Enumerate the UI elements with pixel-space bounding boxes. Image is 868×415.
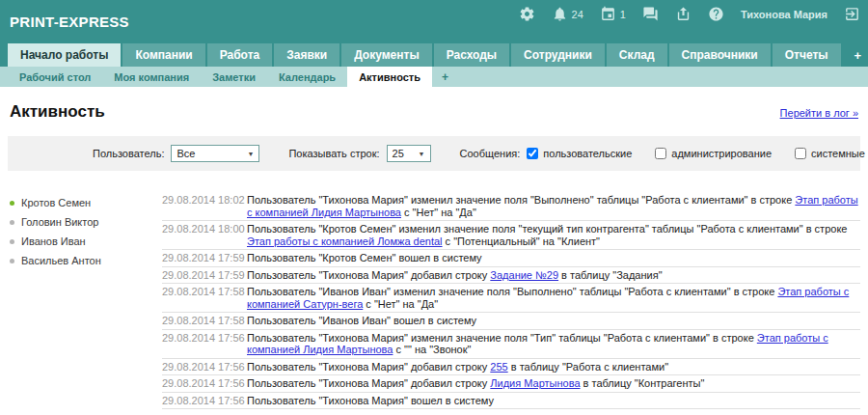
log-timestamp: 29.08.2014 17:59 — [162, 252, 247, 264]
offline-status-dot — [10, 259, 14, 263]
user-name: Иванов Иван — [21, 235, 86, 247]
calendar-icon — [600, 6, 616, 22]
user-name: Васильев Антон — [21, 255, 101, 266]
log-text: в таблицу "Контрагенты" — [581, 377, 705, 389]
main-tab-10[interactable]: Отчеты — [773, 43, 841, 67]
log-entry-link[interactable]: 255 — [490, 361, 507, 373]
checkbox-label: администрирование — [671, 148, 772, 159]
log-text: Пользователь "Тихонова Мария" добавил ст… — [247, 361, 490, 373]
topbar: PRINT-EXPRESS 24 1 Тихонова Мария — [0, 0, 868, 43]
checkbox-label: системные — [811, 148, 865, 159]
log-text: с "" на "Звонок" — [393, 344, 471, 355]
checkbox-input[interactable] — [795, 148, 806, 159]
log-row: 29.08.2014 17:56Пользователь "Тихонова М… — [162, 375, 860, 393]
sub-tab-3[interactable]: Заметки — [201, 67, 267, 87]
log-timestamp: 29.08.2014 18:00 — [162, 223, 247, 235]
log-timestamp: 29.08.2014 17:56 — [162, 377, 247, 390]
logout-button[interactable] — [844, 6, 860, 22]
settings-button[interactable] — [519, 6, 535, 22]
log-text: с "Нет" на "Да" — [401, 207, 476, 218]
main-tab-2[interactable]: Компании — [122, 43, 204, 67]
messages-button[interactable] — [642, 6, 659, 22]
main-tab-5[interactable]: Документы — [341, 43, 431, 67]
log-text: Пользователь "Иванов Иван" изменил значе… — [247, 286, 777, 297]
user-filter-select[interactable]: Все ▼ — [171, 145, 259, 162]
main-tab-4[interactable]: Заявки — [274, 43, 339, 67]
calendar-button[interactable]: 1 — [600, 6, 626, 22]
log-timestamp: 29.08.2014 17:58 — [162, 315, 247, 327]
log-timestamp: 29.08.2014 17:58 — [162, 286, 247, 298]
log-text: с "Нет" на "Да" — [363, 298, 438, 310]
page-title: Активность — [10, 102, 105, 122]
notifications-count: 24 — [572, 9, 583, 20]
chevron-down-icon: ▼ — [248, 151, 255, 157]
title-bar: Активность Перейти в лог » — [0, 87, 868, 122]
sub-tab-1[interactable]: Рабочий стол — [8, 67, 102, 87]
add-main-tab-button[interactable]: + — [843, 43, 868, 67]
checkbox-input[interactable] — [655, 148, 666, 159]
log-entry-link[interactable]: Этап работы с компанией Ломжа dental — [247, 235, 443, 247]
sidebar-user[interactable]: Васильев Антон — [10, 255, 162, 266]
activity-log: 29.08.2014 18:02Пользователь "Тихонова М… — [162, 192, 860, 409]
rows-filter-select[interactable]: 25 ▼ — [387, 145, 431, 162]
main-tab-9[interactable]: Справочники — [669, 43, 771, 67]
message-type-checkboxes: пользовательскиеадминистрированиесистемн… — [527, 148, 868, 159]
help-button[interactable] — [708, 6, 724, 22]
add-sub-tab-button[interactable]: + — [432, 67, 458, 87]
sidebar-user[interactable]: Кротов Семен — [10, 197, 162, 208]
sub-tab-2[interactable]: Моя компания — [102, 67, 201, 87]
current-user[interactable]: Тихонова Мария — [741, 9, 827, 20]
export-icon — [675, 6, 692, 22]
log-timestamp: 29.08.2014 18:02 — [162, 194, 247, 207]
export-button[interactable] — [675, 6, 692, 22]
log-row: 29.08.2014 17:58Пользователь "Иванов Ива… — [162, 313, 860, 330]
message-type-checkbox-2[interactable]: администрирование — [655, 148, 772, 159]
log-timestamp: 29.08.2014 17:56 — [162, 361, 247, 374]
main-tab-8[interactable]: Склад — [607, 43, 667, 67]
user-list: Кротов СеменГоловин ВикторИванов ИванВас… — [8, 192, 162, 409]
user-filter-value: Все — [176, 148, 195, 159]
main-nav: Начало работыКомпанииРаботаЗаявкиДокумен… — [0, 43, 868, 67]
offline-status-dot — [10, 220, 14, 225]
log-text: в таблицу "Работа с клиентами" — [508, 361, 668, 373]
checkbox-input[interactable] — [527, 148, 538, 159]
online-status-dot — [10, 201, 14, 206]
filter-bar: Пользователь: Все ▼ Показывать строк: 25… — [8, 136, 860, 171]
main-tab-1[interactable]: Начало работы — [8, 43, 121, 67]
message-type-checkbox-1[interactable]: пользовательские — [527, 148, 632, 159]
sidebar-user[interactable]: Головин Виктор — [10, 216, 162, 228]
log-text: с "Потенциальный" на "Клиент" — [443, 235, 600, 247]
main-tab-7[interactable]: Сотрудники — [511, 43, 605, 67]
message-type-checkbox-3[interactable]: системные — [795, 148, 865, 159]
log-message: Пользователь "Тихонова Мария" вошел в си… — [247, 395, 860, 407]
sub-tab-4[interactable]: Календарь — [267, 67, 347, 87]
log-message: Пользователь "Иванов Иван" изменил значе… — [247, 286, 860, 310]
checkbox-label: пользовательские — [543, 148, 632, 159]
log-row: 29.08.2014 17:59Пользователь "Кротов Сем… — [162, 250, 860, 267]
log-row: 29.08.2014 17:56Пользователь "Тихонова М… — [162, 393, 860, 410]
log-message: Пользователь "Тихонова Мария" изменил зн… — [247, 332, 860, 356]
log-row: 29.08.2014 17:56Пользователь "Тихонова М… — [162, 359, 860, 376]
current-user-name: Тихонова Мария — [741, 9, 827, 20]
log-message: Пользователь "Кротов Семен" вошел в сист… — [247, 252, 860, 264]
log-text: Пользователь "Тихонова Мария" изменил зн… — [247, 332, 757, 344]
help-icon — [708, 6, 724, 22]
log-row: 29.08.2014 18:02Пользователь "Тихонова М… — [162, 192, 860, 221]
log-text: Пользователь "Кротов Семен" изменил знач… — [247, 223, 847, 235]
log-text: Пользователь "Тихонова Мария" добавил ст… — [247, 377, 490, 389]
log-entry-link[interactable]: Лидия Мартынова — [490, 377, 580, 389]
sub-tab-5[interactable]: Активность — [347, 67, 432, 87]
rows-filter-group: Показывать строк: 25 ▼ — [288, 145, 430, 162]
messages-filter-label: Сообщения: — [460, 148, 521, 159]
app-logo: PRINT-EXPRESS — [10, 14, 129, 30]
log-message: Пользователь "Тихонова Мария" изменил зн… — [247, 194, 860, 218]
main-tab-3[interactable]: Работа — [207, 43, 273, 67]
main-tab-6[interactable]: Расходы — [434, 43, 509, 67]
go-to-log-link[interactable]: Перейти в лог » — [780, 107, 858, 119]
offline-status-dot — [10, 239, 14, 244]
log-message: Пользователь "Тихонова Мария" добавил ст… — [247, 269, 860, 282]
log-entry-link[interactable]: Задание №29 — [490, 269, 558, 281]
notifications-button[interactable]: 24 — [552, 6, 583, 22]
rows-filter-label: Показывать строк: — [288, 148, 379, 159]
sidebar-user[interactable]: Иванов Иван — [10, 235, 162, 247]
